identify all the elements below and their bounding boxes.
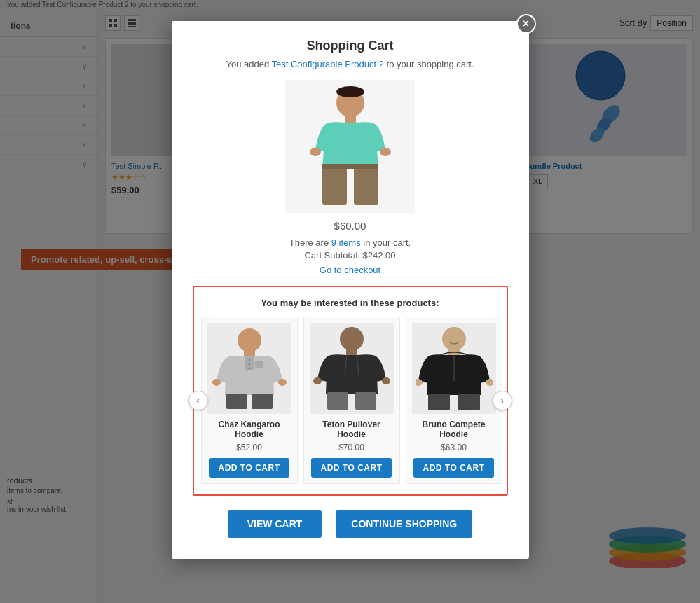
related-product-1: Chaz Kangaroo Hoodie $52.00 Add to Cart <box>201 317 298 484</box>
svg-point-53 <box>382 377 390 384</box>
added-msg-suffix: to your shopping cart. <box>384 59 474 69</box>
carousel-prev-button[interactable]: ‹ <box>188 391 208 410</box>
related-product-2-name: Teton Pullover Hoodie <box>310 420 394 439</box>
svg-point-40 <box>248 367 250 369</box>
svg-point-44 <box>212 379 221 386</box>
product-image-svg <box>308 83 392 209</box>
svg-rect-50 <box>327 392 348 410</box>
related-product-2: Teton Pullover Hoodie $70.00 Add to Cart <box>303 317 400 484</box>
svg-point-54 <box>442 327 466 351</box>
modal-product-image <box>193 80 508 213</box>
related-products-section: You may be interested in these products:… <box>193 286 508 496</box>
svg-rect-43 <box>252 394 273 409</box>
svg-point-46 <box>340 327 364 351</box>
related-products-title: You may be interested in these products: <box>201 298 500 308</box>
view-cart-button[interactable]: View Cart <box>228 510 322 538</box>
svg-rect-34 <box>322 164 378 169</box>
svg-point-45 <box>278 379 287 386</box>
related-product-2-image <box>310 323 394 414</box>
modal-product-img-inner <box>285 80 415 213</box>
modal-footer: View Cart Continue Shopping <box>193 510 508 538</box>
related-product-1-add-to-cart-button[interactable]: Add to Cart <box>209 458 290 478</box>
modal-added-message: You added Test Configurable Product 2 to… <box>193 59 508 69</box>
modal-subtotal: Cart Subtotal: $242.00 <box>193 250 508 261</box>
chevron-right-icon: › <box>500 395 504 406</box>
svg-point-38 <box>248 359 250 361</box>
svg-rect-42 <box>226 394 247 409</box>
shopping-cart-modal: × Shopping Cart You added Test Configura… <box>172 21 529 559</box>
svg-rect-51 <box>355 392 376 410</box>
related-product-3-image <box>412 323 496 414</box>
related-product-2-price: $70.00 <box>338 443 364 452</box>
modal-checkout-link-wrapper: Go to checkout <box>193 264 508 275</box>
close-icon: × <box>523 18 529 30</box>
related-product-3-add-to-cart-button[interactable]: Add to Cart <box>413 458 495 478</box>
related-product-3-name: Bruno Compete Hoodie <box>412 420 496 439</box>
added-product-link[interactable]: Test Configurable Product 2 <box>272 59 384 69</box>
related-product-3: Bruno Compete Hoodie $63.00 Add to Cart <box>406 317 502 484</box>
modal-cart-info: There are 9 items in your cart. <box>193 237 508 248</box>
svg-rect-33 <box>354 166 378 205</box>
svg-point-39 <box>248 363 250 365</box>
svg-point-30 <box>310 148 321 156</box>
svg-point-52 <box>313 377 322 384</box>
svg-point-31 <box>380 148 391 156</box>
svg-point-35 <box>238 328 261 352</box>
related-product-1-name: Chaz Kangaroo Hoodie <box>207 420 291 439</box>
modal-overlay: × Shopping Cart You added Test Configura… <box>0 0 700 603</box>
svg-rect-58 <box>458 394 480 410</box>
related-product-1-price: $52.00 <box>236 443 262 452</box>
modal-close-button[interactable]: × <box>516 14 536 34</box>
chevron-left-icon: ‹ <box>196 395 200 406</box>
related-product-3-price: $63.00 <box>441 443 467 452</box>
related-product-2-add-to-cart-button[interactable]: Add to Cart <box>311 458 392 478</box>
cart-info-suffix: in your cart. <box>361 237 411 248</box>
svg-rect-32 <box>322 166 347 205</box>
svg-rect-41 <box>255 361 263 368</box>
modal-product-price: $60.00 <box>193 220 508 232</box>
continue-shopping-button[interactable]: Continue Shopping <box>336 510 472 538</box>
svg-rect-57 <box>428 394 450 410</box>
carousel-next-button[interactable]: › <box>493 391 512 410</box>
related-product-1-image <box>207 323 291 414</box>
svg-point-28 <box>336 86 364 97</box>
modal-title: Shopping Cart <box>193 39 508 53</box>
related-products-list: ‹ <box>201 317 500 484</box>
cart-items-count-link[interactable]: 9 items <box>331 237 361 248</box>
added-msg-prefix: You added <box>226 59 271 69</box>
cart-info-prefix: There are <box>289 237 331 248</box>
go-to-checkout-link[interactable]: Go to checkout <box>320 265 380 275</box>
